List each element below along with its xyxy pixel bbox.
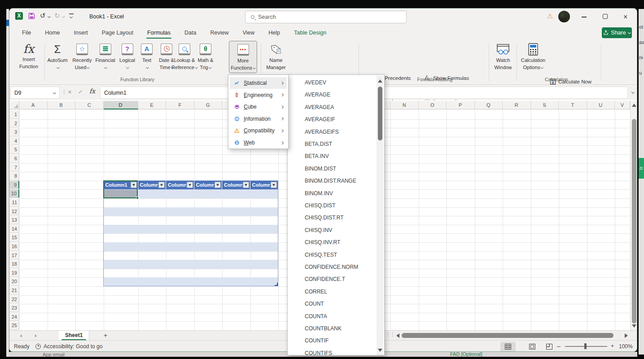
row-header-21[interactable]: 21: [9, 286, 19, 295]
function-item-chisq.inv[interactable]: CHISQ.INV: [289, 224, 377, 236]
row-header-18[interactable]: 18: [9, 260, 19, 268]
scroll-down-icon[interactable]: [632, 324, 636, 328]
row-header-6[interactable]: 6: [9, 154, 19, 163]
name-box[interactable]: D9: [10, 87, 60, 99]
submenu-scroll-up-icon[interactable]: [378, 79, 382, 83]
row-header-2[interactable]: 2: [9, 119, 19, 128]
row-header-14[interactable]: 14: [9, 225, 19, 233]
zoom-level[interactable]: 100%: [619, 343, 633, 350]
tab-scroll-splitter[interactable]: ⋮⋮: [386, 332, 394, 337]
row-header-24[interactable]: 24: [9, 313, 19, 321]
ribbon-button-math-trig[interactable]: θMath &Trig: [194, 41, 217, 73]
formula-bar-expand-icon[interactable]: [631, 91, 635, 94]
page-layout-view-icon[interactable]: [525, 342, 540, 351]
share-button[interactable]: Share: [602, 27, 632, 38]
column-header-B[interactable]: B: [48, 101, 76, 109]
ribbon-button-financial[interactable]: Financial: [96, 41, 115, 73]
ribbon-button-recently-used[interactable]: ☆RecentlyUsed: [70, 41, 95, 73]
function-item-average[interactable]: AVERAGE: [289, 89, 377, 101]
accessibility-status[interactable]: Accessibility: Good to go: [44, 343, 102, 350]
tab-table-design[interactable]: Table Design: [293, 28, 327, 38]
name-manager-button[interactable]: NameManager: [263, 41, 289, 73]
row-header-1[interactable]: 1: [9, 110, 19, 119]
next-sheet-icon[interactable]: ›: [35, 332, 36, 339]
customize-qat-icon[interactable]: [69, 13, 74, 14]
function-item-chisq.dist[interactable]: CHISQ.DIST: [289, 200, 377, 212]
tab-formulas[interactable]: Formulas: [146, 28, 171, 38]
row-header-23[interactable]: 23: [9, 304, 19, 312]
column-header-F[interactable]: F: [166, 101, 194, 109]
function-item-binom.dist.range[interactable]: BINOM.DIST.RANGE: [289, 175, 377, 187]
filter-dropdown-button[interactable]: [215, 182, 221, 188]
tab-file[interactable]: File: [21, 28, 32, 38]
menu-item-information[interactable]: Information: [230, 113, 287, 125]
column-header-Q[interactable]: Q: [475, 101, 503, 109]
column-header-R[interactable]: R: [503, 101, 531, 109]
row-header-10[interactable]: 10: [9, 189, 19, 198]
page-break-view-icon[interactable]: [542, 342, 557, 351]
select-all-corner[interactable]: [9, 101, 19, 109]
maximize-button[interactable]: [603, 14, 608, 19]
function-item-avedev[interactable]: AVEDEV: [289, 77, 377, 89]
column-header-P[interactable]: P: [447, 101, 475, 109]
column-header-G[interactable]: G: [194, 101, 223, 109]
zoom-slider-handle[interactable]: [584, 343, 587, 349]
tab-data[interactable]: Data: [184, 28, 197, 38]
function-item-binom.dist[interactable]: BINOM.DIST: [289, 163, 377, 175]
excel-app-icon[interactable]: X: [15, 12, 23, 20]
insert-function-fx-icon[interactable]: fx: [89, 88, 95, 95]
normal-view-icon[interactable]: [500, 342, 516, 351]
function-item-confidence.norm[interactable]: CONFIDENCE.NORM: [289, 261, 377, 273]
customize-qat-chevron[interactable]: [70, 15, 73, 18]
function-item-chisq.dist.rt[interactable]: CHISQ.DIST.RT: [289, 212, 377, 224]
calculation-options-button[interactable]: CalculationOptions: [519, 41, 547, 73]
avatar[interactable]: [558, 11, 570, 22]
tab-home[interactable]: Home: [44, 28, 61, 38]
row-header-11[interactable]: 11: [9, 198, 19, 207]
row-header-25[interactable]: 25: [9, 321, 19, 330]
submenu-scroll-down-icon[interactable]: [378, 349, 382, 352]
column-header-A[interactable]: A: [19, 101, 48, 109]
function-item-counta[interactable]: COUNTA: [289, 311, 377, 323]
row-header-15[interactable]: 15: [9, 233, 19, 242]
horizontal-scrollbar[interactable]: [396, 333, 628, 338]
watch-window-button[interactable]: WatchWindow: [491, 41, 515, 73]
table-resize-handle[interactable]: [275, 283, 278, 286]
row-header-13[interactable]: 13: [9, 216, 19, 224]
column-header-S[interactable]: S: [531, 101, 559, 109]
row-header-12[interactable]: 12: [9, 207, 19, 216]
function-item-averageif[interactable]: AVERAGEIF: [289, 114, 377, 126]
ribbon-button-lookup-reference[interactable]: Lookup &Reference: [171, 41, 198, 73]
zoom-in-icon[interactable]: +: [611, 343, 614, 349]
zoom-out-icon[interactable]: –: [557, 342, 561, 350]
column-header-E[interactable]: E: [138, 101, 166, 109]
row-header-19[interactable]: 19: [9, 269, 19, 277]
close-button[interactable]: ×: [623, 13, 627, 21]
row-header-9[interactable]: 9: [9, 181, 19, 189]
row-header-16[interactable]: 16: [9, 242, 19, 251]
scroll-right-icon[interactable]: [625, 333, 628, 338]
function-item-correl[interactable]: CORREL: [289, 286, 377, 298]
ribbon-button-more-functions[interactable]: •••MoreFunctions: [229, 41, 257, 73]
row-header-7[interactable]: 7: [9, 163, 19, 172]
row-header-4[interactable]: 4: [9, 137, 19, 145]
column-header-N[interactable]: N: [390, 101, 419, 109]
menu-item-cube[interactable]: Cube: [230, 101, 287, 113]
tab-help[interactable]: Help: [267, 28, 281, 38]
undo-chevron-icon[interactable]: [48, 15, 51, 18]
fill-handle[interactable]: [136, 197, 139, 199]
menu-item-web[interactable]: Web: [230, 137, 287, 149]
function-item-binom.inv[interactable]: BINOM.INV: [289, 188, 377, 200]
tab-review[interactable]: Review: [209, 28, 229, 38]
function-item-countif[interactable]: COUNTIF: [289, 335, 377, 347]
function-item-beta.dist[interactable]: BETA.DIST: [289, 138, 377, 150]
column-header-V[interactable]: V: [615, 101, 630, 109]
column-header-D[interactable]: D: [104, 101, 138, 109]
insert-function-button[interactable]: fxInsertFunction: [16, 41, 42, 73]
function-item-chisq.inv.rt[interactable]: CHISQ.INV.RT: [289, 236, 377, 249]
tab-insert[interactable]: Insert: [73, 28, 89, 38]
vertical-scrollbar-thumb[interactable]: [632, 119, 636, 324]
minimize-button[interactable]: [582, 17, 587, 18]
ribbon-button-autosum[interactable]: ΣAutoSum: [46, 41, 69, 73]
menu-item-compatibility[interactable]: Compatibility: [230, 125, 287, 136]
